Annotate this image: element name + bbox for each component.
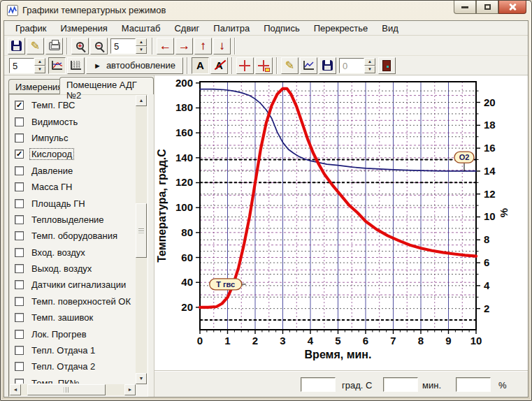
minimize-button[interactable]: [454, 1, 476, 14]
maximize-button[interactable]: [476, 1, 498, 14]
list-item-label[interactable]: Темп. поверхностей ОК: [30, 296, 132, 307]
shift-right-button[interactable]: →: [175, 38, 193, 54]
zoom-step-spinner[interactable]: 5 ▲ ▼: [110, 38, 147, 54]
close-button[interactable]: [498, 1, 526, 14]
horizontal-scroll-thumb[interactable]: [27, 384, 106, 395]
menu-item-4[interactable]: Сдвиг: [167, 22, 206, 35]
labels-on-button[interactable]: A: [192, 57, 209, 74]
interval-spinner[interactable]: 5 ▲ ▼: [9, 58, 45, 73]
list-item-label[interactable]: Темп. ПК№: [30, 378, 81, 384]
checkbox[interactable]: [15, 215, 24, 224]
scroll-up-button[interactable]: ▲: [136, 95, 147, 106]
grid-view-button[interactable]: [67, 57, 85, 74]
checkbox[interactable]: [15, 362, 24, 371]
spin-up-button[interactable]: ▲: [364, 58, 375, 66]
checkbox[interactable]: [15, 248, 24, 257]
scroll-down-button[interactable]: ▼: [136, 373, 147, 384]
title-bar[interactable]: Графики температурных режимов: [1, 1, 531, 20]
checkbox[interactable]: [15, 346, 24, 355]
list-item-label[interactable]: Масса ГН: [30, 182, 73, 192]
measurement-list: ✓Темп. ГВСВидимостьИмпульс✓КислородДавле…: [8, 94, 148, 397]
save-button[interactable]: [8, 38, 25, 54]
checkbox[interactable]: [15, 199, 24, 208]
export-chart-button[interactable]: [300, 57, 317, 74]
crosshair-mark-button[interactable]: [255, 57, 273, 74]
list-item-label[interactable]: Выход. воздух: [30, 263, 93, 274]
arrow-left-icon: ←: [159, 40, 171, 52]
checkbox[interactable]: ✓: [15, 150, 24, 159]
interval-value[interactable]: 5: [9, 58, 34, 73]
edit-pen-button[interactable]: ✎: [27, 38, 44, 54]
checkbox[interactable]: [15, 133, 24, 143]
list-item-label[interactable]: Лок. Прогрев: [30, 329, 88, 340]
labels-off-button[interactable]: A: [210, 57, 228, 74]
x-tick-label: 8: [418, 335, 424, 347]
checkbox[interactable]: [15, 264, 24, 273]
spin-down-button[interactable]: ▼: [34, 66, 45, 73]
list-item-label[interactable]: Вход. воздух: [30, 247, 87, 258]
checkbox[interactable]: [15, 280, 24, 289]
checkbox[interactable]: [15, 330, 24, 339]
menu-item-3[interactable]: Масштаб: [115, 22, 168, 35]
spin-down-button[interactable]: ▼: [364, 66, 375, 73]
series-value[interactable]: 0: [339, 58, 364, 73]
spin-up-button[interactable]: ▲: [136, 38, 147, 46]
crosshair-button[interactable]: [236, 57, 254, 74]
shift-left-button[interactable]: ←: [157, 38, 174, 54]
paint-button[interactable]: ✎: [281, 57, 299, 74]
list-item-label[interactable]: Видимость: [30, 117, 79, 127]
right-tick-label: 14: [484, 165, 496, 177]
menu-item-8[interactable]: Вид: [375, 22, 405, 35]
scroll-right-button[interactable]: ►: [124, 384, 136, 395]
checkbox[interactable]: ✓: [15, 101, 24, 110]
tab-pomeshchenie-adg-2[interactable]: Помещение АДГ №2: [59, 77, 154, 94]
checkbox[interactable]: [15, 166, 24, 175]
checkbox[interactable]: [15, 379, 24, 384]
spin-up-button[interactable]: ▲: [34, 58, 45, 66]
list-item: Масса ГН: [10, 179, 135, 195]
zoom-out-button[interactable]: −: [90, 38, 108, 54]
list-item-label[interactable]: Темп. оборудования: [30, 231, 119, 241]
autoupdate-button[interactable]: ► автообновление: [86, 57, 183, 74]
menu-item-2[interactable]: Измерения: [53, 22, 114, 35]
temperature-readout-input[interactable]: [301, 377, 336, 392]
zoom-in-button[interactable]: +: [71, 38, 89, 54]
zoom-step-value[interactable]: 5: [110, 38, 136, 54]
status-bar: град. С мин. %: [154, 370, 528, 397]
menu-item-5[interactable]: Палитра: [206, 22, 257, 35]
checkbox[interactable]: [15, 313, 24, 322]
spin-down-button[interactable]: ▼: [136, 46, 147, 54]
list-item-label[interactable]: Импульс: [30, 133, 69, 143]
horizontal-scrollbar[interactable]: ◄ ►: [10, 384, 136, 395]
chart-view-button[interactable]: [48, 57, 66, 74]
time-readout-input[interactable]: [383, 377, 418, 392]
shift-up-button[interactable]: ↑: [194, 38, 212, 54]
checkbox[interactable]: [15, 231, 24, 240]
menu-item-1[interactable]: График: [8, 22, 53, 35]
exit-button[interactable]: [378, 57, 396, 74]
percent-readout-input[interactable]: [456, 377, 491, 392]
arrow-down-icon: ↓: [219, 40, 225, 52]
print-button[interactable]: [45, 38, 63, 54]
checkbox[interactable]: [15, 182, 24, 191]
list-item-label[interactable]: Площадь ГН: [30, 198, 87, 209]
chart[interactable]: 0123456789102040608010012014016018020024…: [154, 75, 531, 372]
menu-item-6[interactable]: Подпись: [257, 22, 306, 35]
checkbox[interactable]: [15, 117, 24, 126]
menu-item-7[interactable]: Перекрестье: [307, 22, 375, 35]
list-item-label[interactable]: Тепл. Отдача 1: [30, 345, 96, 356]
list-item-label[interactable]: Датчики сигнализации: [30, 279, 127, 290]
list-item-label[interactable]: Кислород: [30, 149, 73, 159]
checkbox[interactable]: [15, 297, 24, 306]
save-series-button[interactable]: [319, 57, 336, 74]
list-item-label[interactable]: Темп. ГВС: [30, 100, 76, 110]
list-item-label[interactable]: Тепловыделение: [30, 214, 106, 225]
scroll-left-button[interactable]: ◄: [10, 384, 21, 395]
list-item-label[interactable]: Давление: [30, 166, 74, 176]
list-item-label[interactable]: Тепл. Отдача 2: [30, 361, 96, 372]
vertical-scrollbar[interactable]: ▲ ▼: [136, 95, 147, 384]
shift-down-button[interactable]: ↓: [213, 38, 231, 54]
list-item-label[interactable]: Темп. зашивок: [30, 312, 94, 323]
series-spinner[interactable]: 0 ▲ ▼: [339, 58, 375, 73]
vertical-scroll-thumb[interactable]: [136, 203, 147, 258]
